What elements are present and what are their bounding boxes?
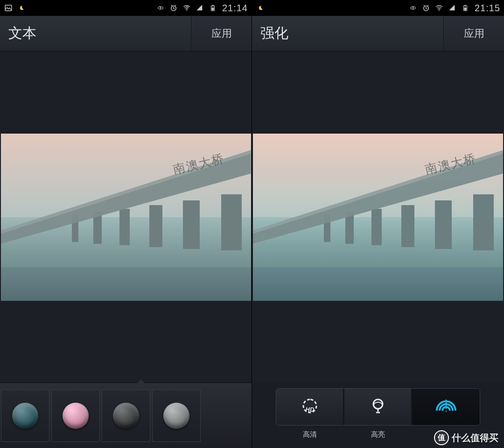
svg-point-16 [373, 399, 383, 409]
app-header: 强化 应用 [252, 16, 504, 51]
svg-point-11 [439, 10, 440, 11]
hd-icon: HD [299, 397, 321, 417]
swatch-color-dark[interactable] [102, 390, 150, 442]
page-title: 文本 [0, 16, 191, 51]
signal-icon [448, 3, 457, 13]
svg-point-2 [160, 7, 161, 9]
eye-icon [408, 3, 418, 13]
photo-preview: 南澳大桥 [1, 134, 251, 301]
svg-rect-13 [465, 5, 466, 6]
gallery-icon [4, 3, 13, 13]
defog-icon [433, 397, 459, 417]
phone-left: 21:14 文本 应用 南澳大桥 [0, 0, 252, 448]
page-title: 强化 [252, 16, 443, 51]
apply-button[interactable]: 应用 [191, 16, 252, 51]
alarm-icon [421, 3, 431, 13]
swatch-color-pink[interactable] [51, 390, 100, 442]
enhance-tool-strip: HD 高清高亮 [252, 383, 504, 448]
tool-highlight-button[interactable] [344, 389, 412, 425]
status-time: 21:14 [222, 3, 248, 14]
signal-icon [195, 3, 204, 13]
tool-defog-label [413, 430, 480, 439]
color-swatch-strip[interactable] [0, 383, 252, 448]
swatch-dot-icon [113, 403, 139, 429]
tool-hd-button[interactable]: HD [276, 389, 343, 425]
svg-point-9 [412, 7, 413, 9]
swatch-color-gray[interactable] [152, 390, 201, 442]
tool-hd-label: 高清 [276, 430, 343, 439]
photo-preview: 南澳大桥 [253, 134, 503, 301]
tool-defog-button[interactable] [413, 389, 480, 425]
tool-highlight-label: 高亮 [344, 430, 412, 439]
status-bar: 21:15 [252, 0, 504, 16]
app-header: 文本 应用 [0, 16, 252, 51]
apply-button[interactable]: 应用 [443, 16, 504, 51]
svg-point-4 [186, 10, 187, 11]
status-bar: 21:14 [0, 0, 252, 16]
canvas-area[interactable]: 南澳大桥 [252, 51, 504, 383]
canvas-area[interactable]: 南澳大桥 [0, 51, 252, 383]
phone-right: 21:15 强化 应用 南澳大桥 HD 高清高亮 值 什么值得买 [252, 0, 504, 448]
weather-icon [256, 3, 265, 13]
battery-icon [208, 3, 217, 13]
weather-icon [17, 3, 26, 13]
wifi-icon [434, 3, 444, 13]
battery-icon [461, 3, 470, 13]
swatch-dot-icon [63, 403, 89, 429]
swatch-color-teal[interactable] [1, 390, 49, 442]
swatch-dot-icon [163, 403, 189, 429]
svg-rect-6 [212, 5, 213, 6]
status-time: 21:15 [475, 3, 500, 14]
eye-icon [156, 3, 165, 13]
wifi-icon [182, 3, 191, 13]
swatch-dot-icon [12, 403, 38, 429]
alarm-icon [169, 3, 178, 13]
highlight-icon [368, 396, 388, 418]
svg-text:HD: HD [305, 406, 314, 413]
